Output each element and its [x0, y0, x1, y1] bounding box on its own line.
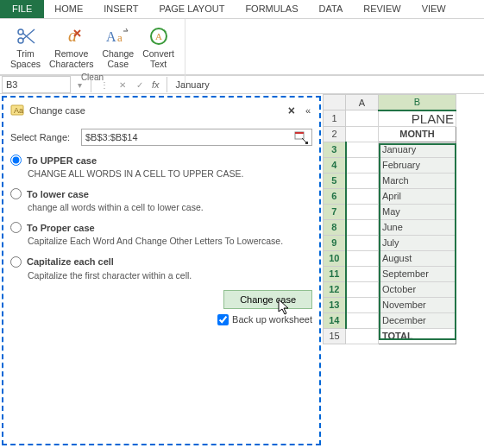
tab-insert[interactable]: INSERT [93, 0, 148, 18]
upper-label[interactable]: To UPPER case [27, 155, 97, 166]
svg-rect-10 [295, 132, 304, 134]
cap-label[interactable]: Capitalize each cell [27, 256, 114, 267]
col-b-header[interactable]: B [379, 95, 456, 110]
upper-desc: CHANGE ALL WORDS IN A CELL TO UPPER CASE… [28, 167, 312, 180]
convert-text-button[interactable]: A Convert Text [139, 22, 178, 71]
col-a-header[interactable]: A [346, 95, 379, 110]
convert-text-label: Convert Text [142, 48, 174, 69]
formula-dots-icon: ⋮ [95, 80, 114, 90]
svg-point-0 [18, 29, 23, 35]
cell-b13[interactable]: November [379, 297, 456, 312]
worksheet-grid[interactable]: A B 1PLANE 2MONTH 3January 4February 5Ma… [323, 94, 484, 447]
tab-view[interactable]: VIEW [412, 0, 456, 18]
remove-chars-icon: a [61, 24, 82, 48]
cell-b5[interactable]: March [379, 173, 456, 188]
row-15-header[interactable]: 15 [324, 328, 346, 344]
cell-b6[interactable]: April [379, 188, 456, 204]
cell-b7[interactable]: May [379, 204, 456, 219]
change-case-icon: Aa [106, 24, 130, 48]
cell-b4[interactable]: February [379, 157, 456, 173]
remove-characters-label: Remove Characters [49, 48, 93, 69]
file-tab[interactable]: FILE [0, 0, 44, 18]
backup-label[interactable]: Back up worksheet [232, 314, 312, 325]
trim-spaces-label: Trim Spaces [10, 48, 41, 69]
upper-radio[interactable] [10, 155, 22, 166]
range-picker-icon[interactable] [294, 130, 308, 144]
namebox-dropdown-icon[interactable]: ▾ [72, 80, 87, 90]
cell-b1[interactable]: PLANE [379, 110, 456, 127]
tab-review[interactable]: REVIEW [353, 0, 411, 18]
range-value: $B$3:$B$14 [85, 132, 138, 142]
change-case-button[interactable]: Aa Change Case [98, 22, 137, 71]
cell-b8[interactable]: June [379, 219, 456, 235]
pane-title: Change case [29, 105, 280, 116]
row-12-header[interactable]: 12 [324, 281, 346, 297]
select-range-label: Select Range: [10, 132, 78, 142]
proper-radio[interactable] [10, 222, 22, 233]
pane-icon: Aa [10, 103, 24, 118]
row-3-header[interactable]: 3 [324, 142, 346, 157]
svg-point-1 [18, 38, 23, 43]
svg-rect-11 [305, 142, 308, 144]
row-5-header[interactable]: 5 [324, 173, 346, 188]
collapse-icon[interactable]: « [304, 105, 312, 116]
svg-text:A: A [155, 31, 162, 41]
svg-text:a: a [117, 31, 123, 44]
formula-bar-value[interactable]: January [171, 78, 484, 91]
tab-page-layout[interactable]: PAGE LAYOUT [148, 0, 235, 18]
cell-b11[interactable]: September [379, 266, 456, 281]
close-icon[interactable]: × [285, 104, 299, 117]
change-case-pane: Aa Change case × « Select Range: $B$3:$B… [2, 96, 321, 445]
enter-icon[interactable]: ✓ [131, 80, 148, 90]
backup-checkbox[interactable] [217, 314, 229, 325]
cap-desc: Capitalize the first character within a … [28, 269, 312, 281]
scissors-icon [16, 24, 36, 48]
cell-b15[interactable]: TOTAL [379, 328, 456, 344]
cap-radio[interactable] [10, 256, 22, 268]
tab-formulas[interactable]: FORMULAS [235, 0, 308, 18]
row-9-header[interactable]: 9 [324, 235, 346, 250]
trim-spaces-button[interactable]: Trim Spaces [7, 22, 44, 71]
cell-b2[interactable]: MONTH [379, 126, 456, 142]
row-7-header[interactable]: 7 [324, 204, 346, 219]
remove-characters-button[interactable]: a Remove Characters [46, 22, 97, 71]
lower-label[interactable]: To lower case [27, 189, 89, 199]
row-1-header[interactable]: 1 [324, 110, 346, 127]
convert-text-icon: A [148, 24, 169, 48]
row-4-header[interactable]: 4 [324, 157, 346, 173]
tab-home[interactable]: HOME [44, 0, 93, 18]
svg-text:Aa: Aa [14, 106, 23, 115]
proper-label[interactable]: To Proper case [27, 223, 95, 233]
tab-data[interactable]: DATA [309, 0, 354, 18]
fx-icon[interactable]: fx [148, 79, 163, 90]
ribbon-group-clean: Trim Spaces a Remove Characters Aa Chang… [0, 19, 185, 84]
lower-desc: change all words within a cell to lower … [28, 201, 312, 213]
change-case-action-button[interactable]: Change case [223, 290, 312, 309]
cell-b12[interactable]: October [379, 281, 456, 297]
cell-b14[interactable]: December [379, 312, 456, 328]
row-11-header[interactable]: 11 [324, 266, 346, 281]
cancel-icon[interactable]: ✕ [114, 80, 131, 90]
name-box[interactable]: B3 [2, 76, 71, 93]
range-input[interactable]: $B$3:$B$14 [81, 129, 312, 146]
row-6-header[interactable]: 6 [324, 188, 346, 204]
cell-b10[interactable]: August [379, 250, 456, 266]
cell-b9[interactable]: July [379, 235, 456, 250]
row-8-header[interactable]: 8 [324, 219, 346, 235]
proper-desc: Capitalize Each Word And Change Other Le… [28, 235, 312, 247]
row-14-header[interactable]: 14 [324, 312, 346, 328]
row-2-header[interactable]: 2 [324, 126, 346, 142]
change-case-label: Change Case [102, 48, 134, 69]
svg-text:A: A [106, 29, 116, 44]
row-13-header[interactable]: 13 [324, 297, 346, 312]
cell-b3[interactable]: January [379, 142, 456, 157]
lower-radio[interactable] [10, 188, 22, 199]
row-10-header[interactable]: 10 [324, 250, 346, 266]
